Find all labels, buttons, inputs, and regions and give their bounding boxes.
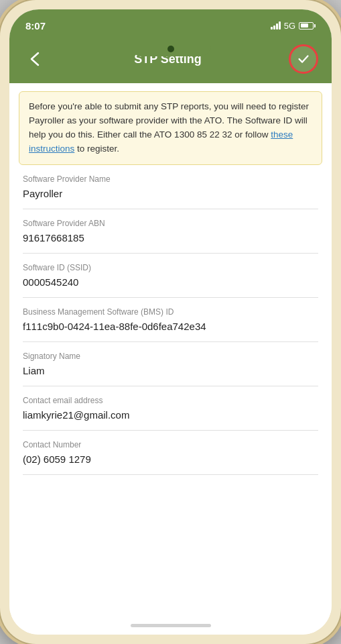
- field-label: Software Provider ABN: [23, 219, 318, 228]
- field-group: Contact email addressliamkyrie21@gmail.c…: [23, 396, 318, 431]
- field-label: Business Management Software (BMS) ID: [23, 307, 318, 317]
- phone-screen: 8:07 5G: [9, 9, 332, 635]
- fields-container: Software Provider NamePayrollerSoftware …: [23, 174, 318, 475]
- battery-icon: [299, 22, 316, 30]
- notch: [131, 39, 211, 56]
- field-group: Contact Number(02) 6059 1279: [23, 440, 318, 475]
- status-icons: 5G: [271, 21, 316, 31]
- field-label: Contact Number: [23, 440, 318, 449]
- confirm-button[interactable]: [289, 44, 318, 74]
- field-group: Software ID (SSID)0000545240: [23, 263, 318, 298]
- info-text-1: Before you're able to submit any STP rep…: [29, 101, 309, 140]
- field-value[interactable]: Liam: [23, 364, 318, 380]
- network-label: 5G: [284, 21, 295, 31]
- signal-icon: [271, 21, 281, 30]
- field-group: Software Provider NamePayroller: [23, 174, 318, 209]
- status-time: 8:07: [25, 20, 46, 32]
- phone-frame: 8:07 5G: [0, 0, 341, 644]
- field-group: Business Management Software (BMS) IDf11…: [23, 307, 318, 342]
- field-label: Software ID (SSID): [23, 263, 318, 272]
- back-button[interactable]: [23, 47, 47, 71]
- field-value[interactable]: liamkyrie21@gmail.com: [23, 408, 318, 425]
- field-label: Contact email address: [23, 396, 318, 405]
- info-text-2: to register.: [74, 144, 119, 154]
- field-value[interactable]: 91617668185: [23, 231, 318, 248]
- camera-dot: [167, 46, 174, 52]
- field-label: Software Provider Name: [23, 174, 318, 184]
- status-bar: 8:07 5G: [9, 9, 332, 39]
- field-group: Signatory NameLiam: [23, 352, 318, 386]
- info-box: Before you're able to submit any STP rep…: [19, 91, 322, 165]
- home-indicator: [9, 616, 332, 635]
- field-label: Signatory Name: [23, 352, 318, 361]
- home-bar: [131, 624, 211, 627]
- field-group: Software Provider ABN91617668185: [23, 219, 318, 254]
- content-area: Before you're able to submit any STP rep…: [9, 83, 332, 616]
- field-value[interactable]: (02) 6059 1279: [23, 452, 318, 469]
- field-value[interactable]: Payroller: [23, 186, 318, 203]
- form-section: Software Provider NamePayrollerSoftware …: [9, 174, 332, 475]
- field-value[interactable]: 0000545240: [23, 275, 318, 292]
- field-value[interactable]: f111c9b0-0424-11ea-88fe-0d6fea742e34: [23, 319, 318, 336]
